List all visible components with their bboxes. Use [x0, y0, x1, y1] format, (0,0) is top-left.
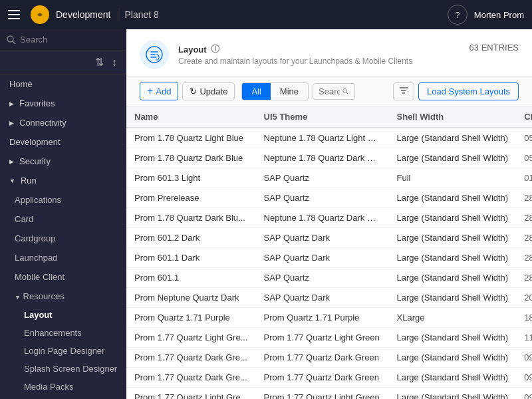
- sidebar-item-card[interactable]: Card: [0, 209, 126, 229]
- search-box-icon: [342, 87, 348, 96]
- col-ui5-label: UI5 Theme: [264, 112, 308, 122]
- cell-date: 05.07.2020: [524, 133, 532, 143]
- col-header-shell[interactable]: Shell Width: [389, 106, 517, 128]
- sidebar-item-development[interactable]: Development: [0, 132, 126, 152]
- sidebar-label-enhancements: Enhancements: [24, 328, 82, 338]
- cell-name: Prom 601.3 Light: [126, 168, 256, 188]
- table-row[interactable]: Prom 1.77 Quartz Dark Gre... Prom 1.77 Q…: [126, 348, 532, 368]
- table-row[interactable]: Prom 1.77 Quartz Dark Gre... Prom 1.77 Q…: [126, 368, 532, 388]
- sidebar-label-resources: Resources: [23, 291, 65, 301]
- load-label: Load System Layouts: [427, 86, 510, 96]
- load-system-layouts-button[interactable]: Load System Layouts: [418, 82, 519, 100]
- planet-label: Planet 8: [125, 9, 159, 20]
- col-header-ui5[interactable]: UI5 Theme: [256, 106, 389, 128]
- table-body: Prom 1.78 Quartz Light Blue Neptune 1.78…: [126, 128, 532, 399]
- cell-date: 01.07.2020: [524, 173, 532, 183]
- cell-changed: 28.06.2020 18:11: [516, 228, 532, 248]
- hamburger-menu[interactable]: [8, 7, 24, 23]
- cell-name: Prom Neptune Quartz Dark: [126, 288, 256, 308]
- table-row[interactable]: Prom Neptune Quartz Dark SAP Quartz Dark…: [126, 288, 532, 308]
- table-row[interactable]: Prom Quartz 1.71 Purple Prom Quartz 1.71…: [126, 308, 532, 328]
- sidebar-item-resources[interactable]: ▼ Resources: [0, 287, 126, 306]
- sidebar-expand-all[interactable]: ↕: [109, 55, 120, 70]
- cell-date: 28.06.2020: [524, 233, 532, 243]
- cell-shell: Large (Standard Shell Width): [389, 268, 517, 288]
- col-header-name[interactable]: Name: [126, 106, 256, 128]
- sidebar-item-run[interactable]: ▼ Run: [0, 171, 126, 190]
- cell-name: Prom 601.1 Dark: [126, 248, 256, 268]
- sidebar-item-media-packs[interactable]: Media Packs: [0, 378, 126, 396]
- sidebar-label-connectivity: Connectivity: [19, 118, 66, 128]
- sidebar-item-connectivity[interactable]: ▶ Connectivity: [0, 113, 126, 132]
- filter-icon: [399, 86, 408, 94]
- search-box: [313, 83, 354, 100]
- cell-shell: Large (Standard Shell Width): [389, 388, 517, 400]
- cell-shell: Large (Standard Shell Width): [389, 348, 517, 368]
- cell-name: Prom 1.78 Quartz Light Blue: [126, 128, 256, 148]
- sidebar-label-login-page-designer: Login Page Designer: [24, 346, 104, 356]
- sidebar-item-mobile-client[interactable]: Mobile Client: [0, 267, 126, 287]
- sidebar-item-splash-screen-designer[interactable]: Splash Screen Designer: [0, 360, 126, 378]
- entries-number: 63: [469, 43, 479, 53]
- page-title: Layout ⓘ: [178, 43, 412, 55]
- sidebar-label-favorites: Favorites: [19, 98, 55, 108]
- cell-date: 05.07.2020: [524, 153, 532, 163]
- sidebar-item-login-page-designer[interactable]: Login Page Designer: [0, 342, 126, 360]
- table-row[interactable]: Prom 601.1 Dark SAP Quartz Dark Large (S…: [126, 248, 532, 268]
- cell-shell: Large (Standard Shell Width): [389, 288, 517, 308]
- table-search-input[interactable]: [319, 86, 340, 96]
- refresh-icon: ↻: [190, 86, 197, 96]
- table-row[interactable]: Prom 1.78 Quartz Dark Blu... Neptune 1.7…: [126, 208, 532, 228]
- cell-shell: Large (Standard Shell Width): [389, 368, 517, 388]
- sidebar-label-splash-screen-designer: Splash Screen Designer: [24, 364, 117, 374]
- table-row[interactable]: Prom 1.78 Quartz Dark Blue Neptune 1.78 …: [126, 148, 532, 168]
- sidebar-item-home[interactable]: Home: [0, 74, 126, 94]
- sidebar: ⇅ ↕ Home ▶ Favorites ▶ Connectivity Deve…: [0, 29, 126, 399]
- table-row[interactable]: Prom 601.1 SAP Quartz Large (Standard Sh…: [126, 268, 532, 288]
- sidebar-item-security[interactable]: ▶ Security: [0, 152, 126, 171]
- table-row[interactable]: Prom 601.3 Light SAP Quartz Full 01.07.2…: [126, 168, 532, 188]
- cell-ui5: SAP Quartz Dark: [256, 288, 389, 308]
- sidebar-search-input[interactable]: [20, 35, 120, 45]
- table-header-row: Name UI5 Theme Shell Width Changed On: [126, 106, 532, 128]
- col-header-changed[interactable]: Changed On: [516, 106, 532, 127]
- cell-changed: 09.05.2020 00:24: [516, 348, 532, 368]
- info-icon[interactable]: ⓘ: [211, 43, 219, 55]
- table-row[interactable]: Prom 1.77 Quartz Light Gre... Prom 1.77 …: [126, 388, 532, 400]
- cell-name: Prom 601.1: [126, 268, 256, 288]
- table-row[interactable]: Prom 1.78 Quartz Light Blue Neptune 1.78…: [126, 128, 532, 148]
- cell-name: Prom 1.77 Quartz Light Gre...: [126, 328, 256, 348]
- table-row[interactable]: Prom 1.77 Quartz Light Gre... Prom 1.77 …: [126, 328, 532, 348]
- cell-changed: 05.07.2020 22:23: [516, 128, 532, 148]
- filter-button[interactable]: [393, 82, 414, 100]
- page-subtitle: Create and maintain layouts for your Lau…: [178, 57, 412, 66]
- run-arrow-icon: ▼: [9, 178, 15, 184]
- cell-date: 28.06.2020: [524, 213, 532, 223]
- sidebar-item-layout[interactable]: Layout: [0, 306, 126, 324]
- sidebar-item-cardgroup[interactable]: Cardgroup: [0, 229, 126, 248]
- add-button[interactable]: + Add: [140, 82, 178, 100]
- sidebar-collapse-all[interactable]: ⇅: [92, 55, 106, 70]
- sidebar-search-container: [0, 29, 126, 51]
- svg-point-1: [7, 36, 13, 42]
- sidebar-label-launchpad: Launchpad: [15, 253, 57, 263]
- tab-mine[interactable]: Mine: [271, 83, 308, 100]
- update-button[interactable]: ↻ Update: [182, 82, 235, 100]
- table-row[interactable]: Prom 601.2 Dark SAP Quartz Dark Large (S…: [126, 228, 532, 248]
- sidebar-label-run: Run: [21, 176, 37, 186]
- help-button[interactable]: ?: [448, 5, 467, 25]
- sidebar-item-catalog[interactable]: Catalog: [0, 396, 126, 399]
- sidebar-item-launchpad[interactable]: Launchpad: [0, 248, 126, 267]
- sidebar-label-card: Card: [15, 214, 33, 224]
- content-header: Layout ⓘ Create and maintain layouts for…: [126, 29, 532, 76]
- cell-ui5: Neptune 1.78 Quartz Dark Blue: [256, 148, 389, 168]
- sidebar-item-favorites[interactable]: ▶ Favorites: [0, 94, 126, 113]
- cell-changed: 28.06.2020 18:06: [516, 248, 532, 268]
- sidebar-label-layout: Layout: [24, 310, 53, 320]
- table-row[interactable]: Prom Prerelease SAP Quartz Large (Standa…: [126, 188, 532, 208]
- user-label[interactable]: Morten Prom: [474, 10, 524, 20]
- sidebar-item-applications[interactable]: Applications: [0, 190, 126, 209]
- topbar: Development Planet 8 ? Morten Prom: [0, 0, 532, 29]
- sidebar-item-enhancements[interactable]: Enhancements: [0, 324, 126, 342]
- tab-all[interactable]: All: [242, 83, 270, 100]
